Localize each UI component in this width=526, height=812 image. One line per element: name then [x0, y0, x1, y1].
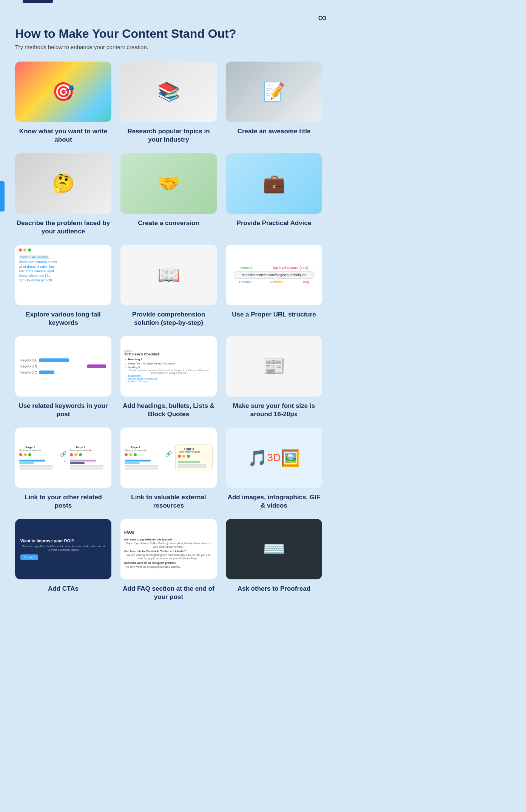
kw-bar-c: [39, 370, 54, 374]
link-bar-gray3: [70, 465, 103, 467]
dot-y5: [182, 455, 185, 458]
cta-button[interactable]: Learn It: [20, 554, 38, 560]
link-bar-blue: [19, 460, 45, 462]
kw-row-a: Keyword A: [20, 358, 106, 362]
page2-labels: Page 2 From your website: [70, 446, 92, 452]
card-image-url: Protocol Top-level Domain (TLD) https://…: [226, 245, 322, 305]
card-external-link: Page 1 From your website 🔗 →: [120, 428, 217, 510]
link-chain-icon: 🔗: [60, 451, 66, 457]
card-faq: FAQs Do I have to pay extra for this fea…: [120, 519, 217, 601]
dot-g3: [79, 453, 82, 456]
kw-item-4: are drone camera legal: [19, 269, 54, 273]
dot-r4: [125, 453, 128, 456]
card-label-proofread: Ask others to Proofread: [238, 585, 311, 593]
dot-r3: [70, 453, 73, 456]
card-image-fontsize: [226, 336, 322, 397]
page2-from: From your website: [70, 449, 92, 452]
cta-subtitle: Get more qualified traffic on the search…: [20, 545, 106, 551]
card-label-headings: Add headings, bullets, Lists & Block Quo…: [120, 402, 217, 418]
faq-a3: This only works for Instagram business p…: [124, 565, 181, 568]
cards-grid: Know what you want to write about Resear…: [15, 62, 322, 601]
browser-dots: [19, 249, 31, 252]
kw-row-c: Keyword C: [20, 370, 106, 374]
card-image-faq: FAQs Do I have to pay extra for this fea…: [120, 519, 217, 579]
link-bar-purple: [70, 460, 96, 462]
kw-bar-b: [87, 364, 106, 368]
heading-h2-text: ← Heading 2: [124, 358, 142, 361]
link-bar-gray4: [70, 468, 103, 469]
card-label-url: Use a Proper URL structure: [232, 310, 316, 319]
card-label-keywords: Explore various long-tail keywords: [15, 310, 111, 327]
kw-item-3: what drone should i buy: [19, 265, 55, 269]
card-label-advice: Provide Practical Advice: [237, 219, 312, 227]
card-label-know-what: Know what you want to write about: [15, 127, 111, 144]
ext-link-arrow-container: 🔗 →: [165, 451, 172, 465]
heading-quote-tag: Quote ↑: [124, 350, 134, 352]
page1-from: From your website: [19, 449, 41, 452]
card-label-conversion: Create a conversion: [138, 219, 199, 227]
card-label-problem: Describe the problem faced by your audie…: [15, 219, 111, 236]
card-image-advice: [226, 153, 322, 214]
browser-dots-5: [178, 455, 190, 458]
card-label-comprehension: Provide comprehension solution (step-by-…: [120, 310, 217, 327]
card-image-research: [120, 62, 217, 122]
ext-page2-label: Page 2: [178, 447, 201, 451]
card-image-gifs: 🎵 3D 🖼️: [226, 428, 322, 488]
card-keywords: how to sell drones drone with camera pri…: [15, 245, 111, 327]
page-title: How to Make Your Content Stand Out?: [15, 26, 322, 41]
card-image-conversion: [120, 153, 217, 214]
card-cta: Want to improve your ROI? Get more quali…: [15, 519, 111, 601]
ext-page1-label: Page 1: [125, 446, 147, 449]
card-label-title: Create an awesome title: [238, 127, 311, 136]
card-image-comprehension: [120, 245, 217, 305]
card-url: Protocol Top-level Domain (TLD) https://…: [226, 245, 322, 327]
dot-yellow: [23, 249, 26, 252]
infinity-icon: ∞: [318, 11, 327, 25]
browser-dots-4: [125, 453, 137, 456]
cta-title: Want to improve your ROI?: [20, 539, 74, 543]
faq-q3: Does this work for all Instagram profile…: [124, 562, 176, 564]
kw-bar-a: [39, 358, 69, 362]
url-labels-bottom: Domain subfolder slug: [230, 280, 318, 284]
link-bar-cyan: [19, 462, 34, 464]
heading-bullet-text: • Bullets/lists: [126, 375, 141, 377]
faq-a2: We are working on integrating with Faceb…: [124, 553, 213, 560]
card-title: Create an awesome title: [226, 62, 322, 144]
url-domain-label: Domain: [239, 280, 251, 284]
dot-red: [19, 249, 22, 252]
internal-link-left: Page 1 From your website: [19, 446, 57, 470]
ext-link-bar-cyan: [125, 462, 139, 464]
heading-bullet-3: • optimize title tags: [126, 380, 148, 383]
ext-link-bar-gray2: [125, 468, 158, 469]
kw-item-5: drone where can i fly: [19, 274, 50, 278]
card-label-cta: Add CTAs: [48, 585, 79, 593]
browser-dots-3: [70, 453, 82, 456]
dot-y3: [74, 453, 77, 456]
card-label-external-link: Link to valuable external resources: [120, 493, 217, 510]
link-bar-gray2: [19, 468, 53, 469]
heading-body-text: Google search console is the best tool f…: [124, 369, 213, 374]
faq-a1: Nope. If you have a Buffer (Publish) sub…: [124, 542, 213, 548]
card-label-research: Research popular topics in your industry: [120, 127, 217, 144]
card-problem: Describe the problem faced by your audie…: [15, 153, 111, 236]
ext-lb-gray: [178, 464, 207, 466]
gifs-3d-icon: 3D: [267, 452, 281, 464]
ext-link-bar-blue: [125, 460, 151, 462]
page1-label: Page 1: [19, 446, 41, 449]
card-image-proofread: [226, 519, 322, 579]
faq-q1: Do I have to pay extra for this feature?: [124, 538, 173, 541]
url-bar: https://veecotech.com/blog/seo-technique…: [234, 271, 314, 279]
dot-g2: [28, 453, 31, 456]
card-research: Research popular topics in your industry: [120, 62, 217, 144]
heading-bullet-2: • identify goals to measure: [126, 377, 157, 380]
kw-row-b: Keyword B: [20, 364, 106, 368]
kw-item-6: can i fly drone at night: [19, 278, 52, 282]
page1-labels: Page 1 From your website: [19, 446, 41, 452]
url-tld-label: Top-level Domain (TLD): [272, 266, 308, 270]
card-image-rel-keywords: Keyword A Keyword B Keyword C: [15, 336, 111, 397]
link-arrow-container: 🔗 →: [60, 451, 66, 465]
link-arrow-icon: →: [60, 457, 66, 465]
card-label-internal-link: Link to your other related posts: [15, 493, 111, 510]
card-image-internal-link: Page 1 From your website 🔗 →: [15, 428, 111, 488]
external-link-left: Page 1 From your website: [125, 446, 162, 470]
